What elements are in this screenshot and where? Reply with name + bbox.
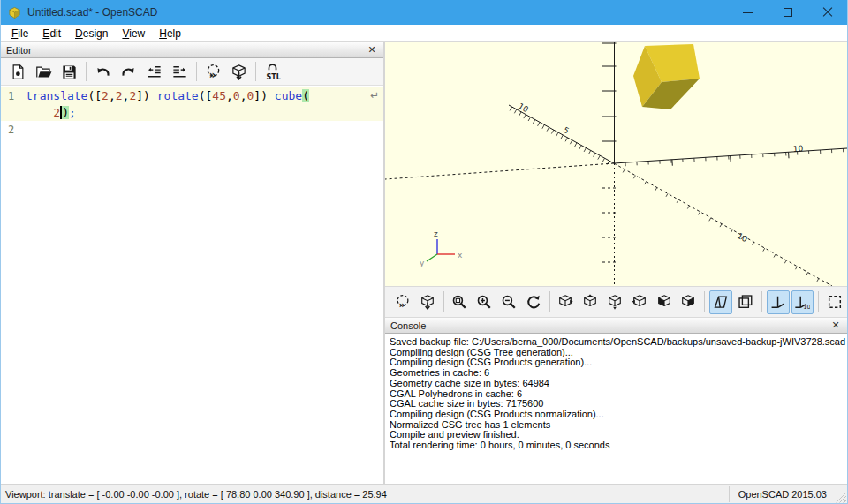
y-axis-positive <box>509 105 614 163</box>
x-axis-negative <box>385 163 614 179</box>
openscad-window: Untitled.scad* - OpenSCAD FileEditDesign… <box>0 0 848 504</box>
view-bottom-button[interactable] <box>603 290 626 314</box>
preview-icon: » <box>205 64 222 80</box>
show-scale-markers-button[interactable]: 10 <box>791 290 814 314</box>
editor-toolbar: »STL <box>1 58 383 86</box>
3d-viewport-canvas[interactable]: 10 5 10 10 z <box>385 42 847 286</box>
undo-icon <box>95 64 111 80</box>
toolbar-separator <box>255 62 256 81</box>
y-axis-negative <box>614 163 832 286</box>
toolbar-separator <box>818 291 819 312</box>
triad-y-label: y <box>420 259 425 267</box>
toolbar-separator <box>86 62 87 81</box>
view-front-button[interactable] <box>653 290 676 314</box>
zoom-out-button[interactable] <box>497 290 520 314</box>
maximize-button[interactable] <box>768 0 807 25</box>
reset-view-button[interactable] <box>522 290 545 314</box>
toolbar-separator <box>704 291 705 312</box>
code-token <box>150 89 157 102</box>
console-panel-title: Console <box>390 320 426 331</box>
z-axis-negative <box>602 163 617 286</box>
show-axes-icon <box>770 294 786 310</box>
line-number: 2 <box>1 124 26 136</box>
zoom-out-icon <box>501 294 517 310</box>
reset-view-icon <box>526 294 541 310</box>
resize-grip[interactable] <box>836 493 846 503</box>
code-token: , <box>109 89 116 102</box>
code-line[interactable]: 2); <box>1 104 383 121</box>
open-file-button[interactable] <box>31 60 57 84</box>
z-axis-positive <box>602 42 617 163</box>
viewport-toolbar: »10 <box>385 286 847 318</box>
version-text: OpenSCAD 2015.03 <box>729 486 836 502</box>
preview-icon: » <box>395 294 411 310</box>
menu-design[interactable]: Design <box>68 26 115 41</box>
3d-viewport[interactable]: 10 5 10 10 z <box>385 42 847 286</box>
y-neg-axis-label-10: 10 <box>736 231 749 244</box>
zoom-all-button[interactable] <box>449 290 472 314</box>
menu-view[interactable]: View <box>115 26 152 41</box>
code-line[interactable]: 2 <box>1 121 383 138</box>
menu-help[interactable]: Help <box>152 26 188 41</box>
perspective-button[interactable] <box>709 290 732 314</box>
code-token: ([ <box>199 89 213 102</box>
minimize-button[interactable] <box>728 0 768 25</box>
toolbar-separator <box>549 291 550 312</box>
code-editor[interactable]: 1translate([2,2,2]) rotate([45,0,0]) cub… <box>1 86 383 484</box>
new-file-button[interactable] <box>5 60 31 84</box>
export-stl-button[interactable]: STL <box>260 60 285 84</box>
editor-panel-header: Editor ✕ <box>1 42 383 58</box>
console-panel: Console ✕ Saved backup file: C:/Users/be… <box>385 318 847 484</box>
triad-z-label: z <box>434 229 438 238</box>
view-top-button[interactable] <box>579 290 602 314</box>
view-left-icon <box>632 294 647 310</box>
console-panel-header: Console ✕ <box>385 318 847 334</box>
indent-button[interactable] <box>167 60 193 84</box>
render-button[interactable] <box>226 60 252 84</box>
view-back-button[interactable] <box>678 290 700 314</box>
undo-button[interactable] <box>90 60 116 84</box>
view-bottom-icon <box>607 294 623 310</box>
app-icon <box>8 6 21 19</box>
menu-file[interactable]: File <box>4 26 35 41</box>
code-token: ( <box>302 89 309 102</box>
save-file-button[interactable] <box>57 60 82 84</box>
code-text: 2); <box>26 106 76 119</box>
code-line[interactable]: 1translate([2,2,2]) rotate([45,0,0]) cub… <box>1 87 383 104</box>
editor-close-button[interactable]: ✕ <box>366 44 378 56</box>
code-token: , <box>226 89 233 102</box>
menu-edit[interactable]: Edit <box>35 26 68 41</box>
orthogonal-button[interactable] <box>734 290 757 314</box>
title-bar[interactable]: Untitled.scad* - OpenSCAD <box>1 0 847 25</box>
toolbar-separator <box>196 62 197 81</box>
svg-text:»: » <box>398 299 405 310</box>
console-close-button[interactable]: ✕ <box>829 320 842 331</box>
editor-panel-title: Editor <box>6 45 32 56</box>
zoom-in-button[interactable] <box>473 290 496 314</box>
code-token: ) <box>62 106 69 119</box>
triad-x-label: x <box>458 251 463 260</box>
editor-panel: Editor ✕ »STL 1translate([2,2,2]) rotate… <box>1 42 383 484</box>
code-token <box>268 89 275 102</box>
code-token: 45 <box>212 89 226 102</box>
console-line: Saved backup file: C:/Users/berna_000/Do… <box>390 337 847 348</box>
code-token: ; <box>69 106 76 119</box>
preview-button[interactable]: » <box>391 290 414 314</box>
render-button[interactable] <box>416 290 439 314</box>
close-button[interactable] <box>807 0 847 25</box>
view-right-button[interactable] <box>555 290 578 314</box>
perspective-icon <box>713 294 729 310</box>
show-axes-button[interactable] <box>767 290 790 314</box>
close-icon <box>822 7 833 18</box>
view-left-button[interactable] <box>628 290 651 314</box>
y-axis-label-10: 10 <box>517 102 530 114</box>
code-token: cube <box>275 89 302 102</box>
unindent-button[interactable] <box>141 60 167 84</box>
view-all-button[interactable] <box>823 290 846 314</box>
redo-button[interactable] <box>116 60 141 84</box>
export-stl-icon: STL <box>264 64 281 80</box>
x-axis-label-10: 10 <box>792 144 803 154</box>
y-axis-label-5: 5 <box>562 125 571 136</box>
preview-button[interactable]: » <box>201 60 226 84</box>
code-token: , <box>240 89 247 102</box>
